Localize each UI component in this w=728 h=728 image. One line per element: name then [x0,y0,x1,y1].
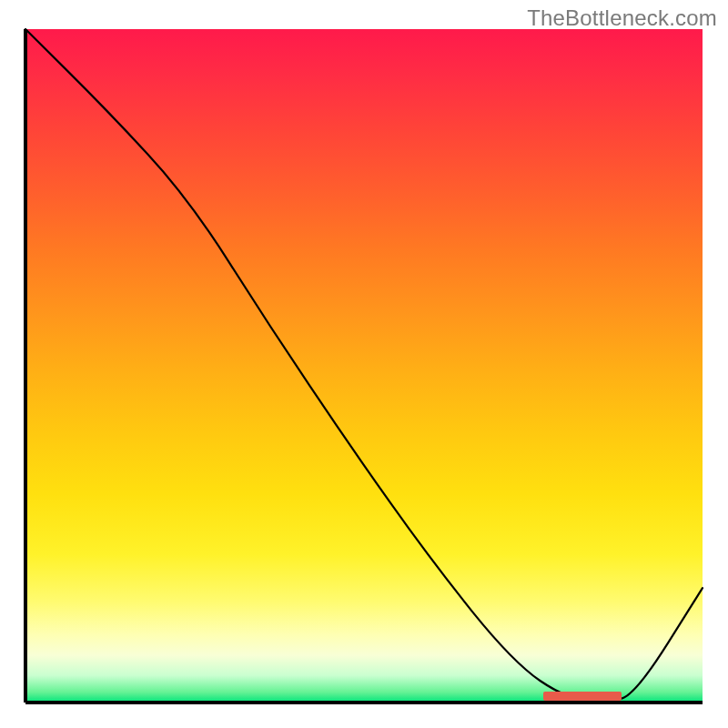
chart-container: TheBottleneck.com [0,0,728,728]
plot-area [25,29,703,703]
watermark-text: TheBottleneck.com [527,5,717,31]
minimum-marker [543,692,622,701]
axes-layer [25,29,703,703]
